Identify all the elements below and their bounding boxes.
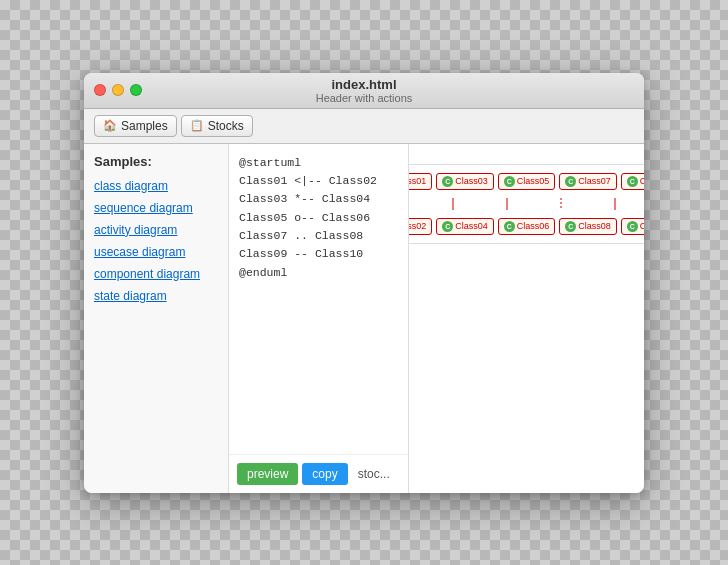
class-label-04: Class04 <box>455 221 488 231</box>
toolbar: 🏠 Samples 📋 Stocks <box>84 109 644 144</box>
class-label-10: Class10 <box>640 221 644 231</box>
sidebar-item-usecase-diagram[interactable]: usecase diagram <box>94 245 218 259</box>
class-icon-07: C <box>565 176 576 187</box>
class-icon-10: C <box>627 221 638 232</box>
class-icon-08: C <box>565 221 576 232</box>
stocks-icon: 📋 <box>190 119 204 132</box>
class-node-06: C Class06 <box>498 218 556 235</box>
diagram-container: C Class01 C Class03 C Class05 C <box>409 164 644 244</box>
code-line-5: Class07 .. Class08 <box>239 227 398 245</box>
code-line-3: Class03 *-- Class04 <box>239 190 398 208</box>
code-line-7: @enduml <box>239 264 398 282</box>
class-label-07: Class07 <box>578 176 611 186</box>
code-line-4: Class05 o-- Class06 <box>239 209 398 227</box>
code-line-6: Class09 -- Class10 <box>239 245 398 263</box>
button-bar: preview copy stoc... <box>229 454 408 493</box>
class-icon-06: C <box>504 221 515 232</box>
class-node-03: C Class03 <box>436 173 494 190</box>
maximize-button[interactable] <box>130 84 142 96</box>
sidebar-item-state-diagram[interactable]: state diagram <box>94 289 218 303</box>
title-block: index.html Header with actions <box>316 77 413 104</box>
class-label-02: Class02 <box>409 221 426 231</box>
stock-label: stoc... <box>352 463 396 485</box>
sidebar-item-component-diagram[interactable]: component diagram <box>94 267 218 281</box>
editor-area: @startuml Class01 <|-- Class02 Class03 *… <box>229 144 409 493</box>
class-node-08: C Class08 <box>559 218 617 235</box>
preview-area: C Class01 C Class03 C Class05 C <box>409 144 644 493</box>
close-button[interactable] <box>94 84 106 96</box>
window-subtitle: Header with actions <box>316 92 413 104</box>
code-editor[interactable]: @startuml Class01 <|-- Class02 Class03 *… <box>229 144 408 454</box>
class-label-09: Class09 <box>640 176 644 186</box>
class-icon-05: C <box>504 176 515 187</box>
tab-samples-label: Samples <box>121 119 168 133</box>
class-icon-09: C <box>627 176 638 187</box>
desktop: index.html Header with actions 🏠 Samples… <box>0 0 728 565</box>
tab-stocks-label: Stocks <box>208 119 244 133</box>
class-node-02: C Class02 <box>409 218 432 235</box>
minimize-button[interactable] <box>112 84 124 96</box>
sidebar-item-activity-diagram[interactable]: activity diagram <box>94 223 218 237</box>
main-content: Samples: class diagram sequence diagram … <box>84 144 644 493</box>
sidebar-item-sequence-diagram[interactable]: sequence diagram <box>94 201 218 215</box>
connector-svg <box>409 196 644 212</box>
tab-samples[interactable]: 🏠 Samples <box>94 115 177 137</box>
diagram-top-row: C Class01 C Class03 C Class05 C <box>409 173 644 190</box>
window-title: index.html <box>331 77 396 92</box>
class-node-01: C Class01 <box>409 173 432 190</box>
preview-button[interactable]: preview <box>237 463 298 485</box>
class-icon-04: C <box>442 221 453 232</box>
sidebar-title: Samples: <box>94 154 218 169</box>
class-label-03: Class03 <box>455 176 488 186</box>
class-node-07: C Class07 <box>559 173 617 190</box>
class-label-06: Class06 <box>517 221 550 231</box>
window-controls <box>94 84 142 96</box>
class-icon-03: C <box>442 176 453 187</box>
class-label-01: Class01 <box>409 176 426 186</box>
copy-button[interactable]: copy <box>302 463 347 485</box>
class-label-08: Class08 <box>578 221 611 231</box>
title-bar: index.html Header with actions <box>84 73 644 109</box>
samples-icon: 🏠 <box>103 119 117 132</box>
code-line-1: @startuml <box>239 154 398 172</box>
class-node-04: C Class04 <box>436 218 494 235</box>
code-line-2: Class01 <|-- Class02 <box>239 172 398 190</box>
tab-stocks[interactable]: 📋 Stocks <box>181 115 253 137</box>
diagram-bottom-row: C Class02 C Class04 C Class06 C <box>409 218 644 235</box>
class-node-10: C Class10 <box>621 218 644 235</box>
sidebar: Samples: class diagram sequence diagram … <box>84 144 229 493</box>
class-node-05: C Class05 <box>498 173 556 190</box>
class-node-09: C Class09 <box>621 173 644 190</box>
app-window: index.html Header with actions 🏠 Samples… <box>84 73 644 493</box>
sidebar-item-class-diagram[interactable]: class diagram <box>94 179 218 193</box>
class-label-05: Class05 <box>517 176 550 186</box>
